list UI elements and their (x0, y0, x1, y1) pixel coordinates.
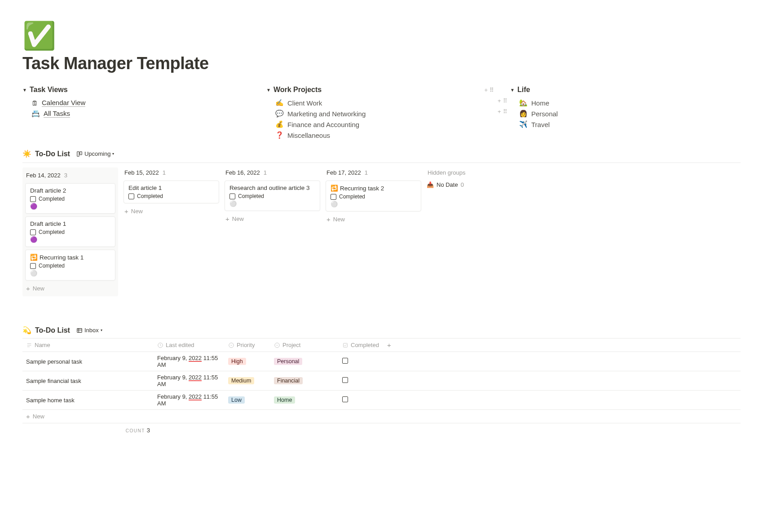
cell-name[interactable]: Sample financial task (22, 375, 154, 387)
board-column-header[interactable]: Feb 14, 2022 3 (25, 170, 115, 180)
add-icon[interactable]: + (498, 108, 501, 115)
drag-handle-icon[interactable]: ⠿ (490, 87, 494, 93)
nav-item[interactable]: 👩 Personal (510, 108, 741, 119)
text-icon (26, 342, 32, 348)
checkbox[interactable] (30, 229, 36, 235)
cell-completed[interactable] (339, 355, 384, 368)
checkbox[interactable] (331, 194, 336, 200)
column-project[interactable]: Project (270, 339, 339, 352)
board-view-label: Upcoming (84, 150, 111, 157)
page-icon[interactable]: ✅ (22, 22, 741, 49)
nav-item[interactable]: 📇 All Tasks (22, 108, 253, 119)
cell-priority[interactable]: High (225, 355, 270, 368)
chevron-down-icon: ▾ (112, 152, 114, 156)
cell-name[interactable]: Sample home task (22, 394, 154, 406)
nav-item-label: Personal (531, 110, 558, 118)
add-icon[interactable]: + (498, 97, 501, 104)
todo-board-title[interactable]: To-Do List (35, 150, 70, 158)
add-column-button[interactable]: + (384, 339, 401, 352)
cell-name[interactable]: Sample personal task (22, 356, 154, 368)
cell-priority[interactable]: Medium (225, 374, 270, 387)
board-card[interactable]: Edit article 1 Completed (123, 180, 219, 203)
board-column-header[interactable]: Feb 15, 2022 1 (123, 167, 219, 178)
cell-priority[interactable]: Low (225, 394, 270, 406)
life-heading: Life (517, 86, 530, 94)
board-column-header[interactable]: Feb 17, 2022 1 (326, 167, 421, 178)
cell-project[interactable]: Financial (270, 374, 339, 387)
task-views-column: ▼ Task Views 🗓 Calendar View 📇 All Tasks (22, 86, 253, 141)
work-projects-heading: Work Projects (273, 86, 322, 94)
board-card[interactable]: 🔁Recurring task 1 Completed ⚪ (25, 250, 115, 281)
new-card-label: New (33, 285, 44, 292)
checkbox[interactable] (342, 358, 348, 364)
nav-item[interactable]: ❓ Miscellaneous (266, 130, 497, 141)
nav-item[interactable]: ✈️ Travel (510, 119, 741, 130)
nav-item[interactable]: 🏡 Home (510, 97, 741, 108)
work-projects-toggle[interactable]: ▼ Work Projects + ⠿ (266, 86, 497, 94)
board-card[interactable]: 🔁Recurring task 2 Completed ⚪ (326, 180, 421, 211)
cell-project[interactable]: Home (270, 394, 339, 406)
board: Feb 14, 2022 3 Draft article 2 Completed… (22, 163, 741, 296)
priority-tag: Medium (228, 377, 254, 384)
column-priority[interactable]: Priority (225, 339, 270, 352)
table-count: COUNT3 (22, 423, 154, 434)
project-dot: ⚪ (30, 270, 110, 277)
column-completed[interactable]: Completed (339, 339, 384, 352)
board-column-date: Feb 15, 2022 (124, 169, 159, 176)
table-row[interactable]: Sample financial task February 9, 2022 1… (22, 371, 741, 391)
nav-item[interactable]: ✍️ Client Work (266, 97, 497, 108)
sparkle-icon: 💫 (22, 326, 31, 334)
new-card-button[interactable]: +New (25, 283, 115, 294)
plus-icon: + (387, 342, 391, 348)
new-card-label: New (232, 215, 244, 222)
drag-handle-icon[interactable]: ⠿ (503, 97, 507, 104)
new-card-label: New (333, 216, 345, 223)
life-toggle[interactable]: ▼ Life (510, 86, 741, 94)
table-new-row[interactable]: + New (22, 410, 741, 423)
board-column-header[interactable]: Feb 16, 2022 1 (225, 167, 320, 178)
chevron-down-icon: ▼ (510, 88, 515, 92)
checkbox[interactable] (229, 193, 235, 199)
plus-icon: + (225, 215, 229, 222)
board-card[interactable]: Draft article 2 Completed 🟣 (25, 183, 115, 214)
checkbox[interactable] (30, 196, 36, 202)
checkbox[interactable] (128, 193, 134, 199)
cell-project[interactable]: Personal (270, 355, 339, 368)
nav-item-icon: 🏡 (519, 99, 528, 107)
nav-item[interactable]: 🗓 Calendar View (22, 97, 253, 108)
column-project-label: Project (282, 342, 300, 348)
table-row[interactable]: Sample personal task February 9, 2022 11… (22, 352, 741, 371)
drag-handle-icon[interactable]: ⠿ (503, 108, 507, 115)
new-card-button[interactable]: +New (225, 214, 320, 224)
task-views-toggle[interactable]: ▼ Task Views (22, 86, 253, 94)
column-last-edited[interactable]: Last edited (154, 339, 225, 352)
no-date-group[interactable]: 📥 No Date 0 (427, 181, 522, 188)
card-title-text: Recurring task 2 (340, 185, 384, 192)
column-name-label: Name (35, 342, 50, 348)
nav-item-icon: 👩 (519, 110, 528, 118)
board-column: Feb 14, 2022 3 Draft article 2 Completed… (22, 167, 118, 296)
board-view-selector[interactable]: Upcoming ▾ (74, 149, 117, 158)
card-title-text: Research and outline article 3 (229, 185, 310, 191)
add-icon[interactable]: + (484, 87, 488, 93)
cell-completed[interactable] (339, 374, 384, 387)
table-row[interactable]: Sample home task February 9, 2022 11:55 … (22, 391, 741, 410)
task-views-heading: Task Views (30, 86, 68, 94)
board-card[interactable]: Draft article 1 Completed 🟣 (25, 216, 115, 247)
todo-table-title[interactable]: To-Do List (35, 326, 70, 334)
checkbox[interactable] (342, 396, 348, 402)
table-view-selector[interactable]: Inbox ▾ (74, 326, 105, 334)
nav-item[interactable]: 💰 Finance and Accounting (266, 119, 497, 130)
column-name[interactable]: Name (22, 339, 154, 352)
recurring-icon: 🔁 (331, 185, 338, 192)
board-card[interactable]: Research and outline article 3 Completed… (225, 180, 320, 211)
checkbox[interactable] (342, 377, 348, 383)
cell-completed[interactable] (339, 394, 384, 406)
new-card-button[interactable]: +New (326, 214, 421, 224)
svg-rect-1 (80, 151, 82, 154)
nav-item[interactable]: 💬 Marketing and Networking (266, 108, 497, 119)
new-card-button[interactable]: +New (123, 206, 219, 216)
checkbox[interactable] (30, 263, 36, 269)
project-dot: ⚪ (331, 201, 416, 207)
nav-item-label: Miscellaneous (287, 132, 330, 139)
